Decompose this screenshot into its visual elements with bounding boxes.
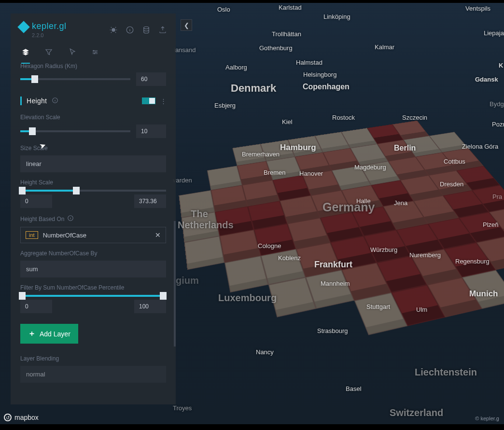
field-name: NumberOfCase [43, 232, 150, 239]
plus-icon: ＋ [28, 329, 36, 339]
map-label: Plzeň [483, 221, 499, 228]
map-label: Helsingborg [303, 71, 336, 78]
side-panel: kepler.gl 2.2.0 [11, 14, 176, 404]
brand: kepler.gl 2.2.0 [19, 21, 67, 38]
map-label-country: Switzerland [390, 407, 443, 418]
map-label: Ulm [416, 306, 427, 313]
map-label: Koblenz [278, 254, 301, 262]
map-label: Zielona Góra [462, 143, 498, 150]
info-icon[interactable] [126, 26, 134, 34]
map-label: Bremen [264, 169, 286, 176]
tab-layers[interactable] [21, 48, 30, 64]
mapbox-logo-icon: ↺ [4, 414, 12, 421]
storage-icon[interactable] [142, 26, 151, 34]
map-label: Bydg [490, 100, 504, 108]
map-label-country: TheNetherlands [178, 208, 221, 231]
map-label: Karlstad [279, 4, 302, 11]
svg-point-5 [94, 53, 95, 54]
height-toggle[interactable] [142, 97, 155, 104]
height-scale-max[interactable]: 373.36 [134, 194, 166, 208]
aggregate-select[interactable]: sum [20, 261, 166, 277]
map-label: Munich [469, 289, 498, 299]
export-icon[interactable] [158, 26, 167, 34]
map-label: Jena [394, 199, 407, 207]
filter-percentile-range[interactable] [20, 295, 166, 297]
map-label: Kiel [282, 118, 293, 125]
map-label: Aalborg [225, 64, 247, 71]
svg-point-0 [112, 28, 115, 32]
panel-scrollbar[interactable] [174, 221, 176, 347]
map-label: Ventspils [465, 5, 490, 12]
map-label-country: Germany [322, 200, 375, 214]
map-label: Magdeburg [354, 164, 386, 171]
panel-header: kepler.gl 2.2.0 [11, 14, 176, 41]
tab-interactions[interactable] [68, 48, 76, 64]
tab-filters[interactable] [44, 48, 53, 64]
height-field-chip[interactable]: int NumberOfCase ✕ [20, 227, 166, 243]
mapbox-attribution[interactable]: ↺ mapbox [4, 414, 39, 421]
kepler-attribution: © kepler.g [475, 416, 499, 421]
map-label: Stuttgart [366, 303, 390, 310]
map-label-country: Liechtenstein [415, 367, 477, 378]
brand-version: 2.2.0 [32, 32, 67, 38]
map-label: Hamburg [280, 143, 316, 153]
map-label: Szczecin [402, 114, 427, 121]
map-label: Strasbourg [317, 327, 348, 334]
clear-field-icon[interactable]: ✕ [155, 231, 161, 239]
map-label: gium [176, 275, 199, 286]
height-scale-min[interactable]: 0 [20, 194, 52, 208]
collapse-sidebar-button[interactable]: ❮ [181, 19, 192, 31]
map-label: Nuremberg [409, 251, 441, 259]
radius-slider[interactable] [20, 78, 130, 80]
panel-body: Hexagon Radius (Km) 60 Height ⋮ Elevatio [11, 64, 176, 392]
elevation-scale-value[interactable]: 10 [136, 125, 166, 138]
map-label: Cologne [258, 242, 281, 250]
map-label: Poznań [492, 121, 504, 128]
map-label-country: Luxembourg [218, 292, 277, 304]
field-type-tag: int [26, 231, 38, 239]
radius-label: Hexagon Radius (Km) [20, 64, 166, 69]
map-label: Berlin [394, 144, 416, 153]
radius-value[interactable]: 60 [136, 72, 166, 86]
add-layer-label: Add Layer [40, 330, 70, 338]
info-icon[interactable] [52, 97, 58, 105]
map-label: iansand [174, 46, 196, 54]
section-accent [20, 97, 22, 105]
map-label: Basel [346, 385, 362, 392]
height-based-on-label: Height Based On [20, 215, 166, 223]
hexagon-layer [174, 111, 504, 377]
map-label: Hanover [299, 170, 323, 177]
layer-blending-select[interactable]: normal [20, 366, 166, 383]
brand-name: kepler.gl [32, 21, 67, 31]
elevation-scale-label: Elevation Scale [20, 114, 166, 121]
info-icon[interactable] [67, 215, 74, 223]
map-label: Pra [492, 193, 502, 200]
height-scale-label: Height Scale [20, 179, 166, 186]
more-icon[interactable]: ⋮ [160, 97, 166, 105]
bug-icon[interactable] [109, 26, 118, 34]
map-label: Nancy [256, 348, 274, 356]
section-height-header: Height ⋮ [20, 95, 166, 107]
map-label: Gdansk [475, 76, 498, 83]
aggregate-label: Aggregate NumberOfCase By [20, 250, 166, 257]
elevation-scale-slider[interactable] [20, 130, 130, 132]
map-label-country: Denmark [231, 82, 276, 95]
size-scale-select[interactable]: linear [20, 155, 166, 172]
map-label: Mannheim [321, 280, 350, 287]
tab-basemap[interactable] [91, 48, 99, 64]
map-label: Regensburg [455, 258, 490, 265]
map-label: Würzburg [370, 246, 397, 253]
svg-point-3 [93, 50, 94, 51]
map-label: Oslo [217, 6, 230, 13]
map-label: Rostock [332, 114, 355, 121]
map-label: Gothenburg [259, 44, 293, 52]
map-label: Esbjerg [214, 102, 236, 109]
height-scale-range[interactable] [20, 190, 166, 192]
filter-percentile-label: Filter By Sum NumberOfCase Percentile [20, 284, 166, 291]
map-label: Frankfurt [314, 260, 352, 270]
map-label: Dresden [440, 180, 463, 188]
map-label: Troyes [173, 404, 192, 412]
filter-min[interactable]: 0 [20, 300, 52, 313]
filter-max[interactable]: 100 [134, 300, 166, 313]
add-layer-button[interactable]: ＋ Add Layer [20, 324, 78, 344]
